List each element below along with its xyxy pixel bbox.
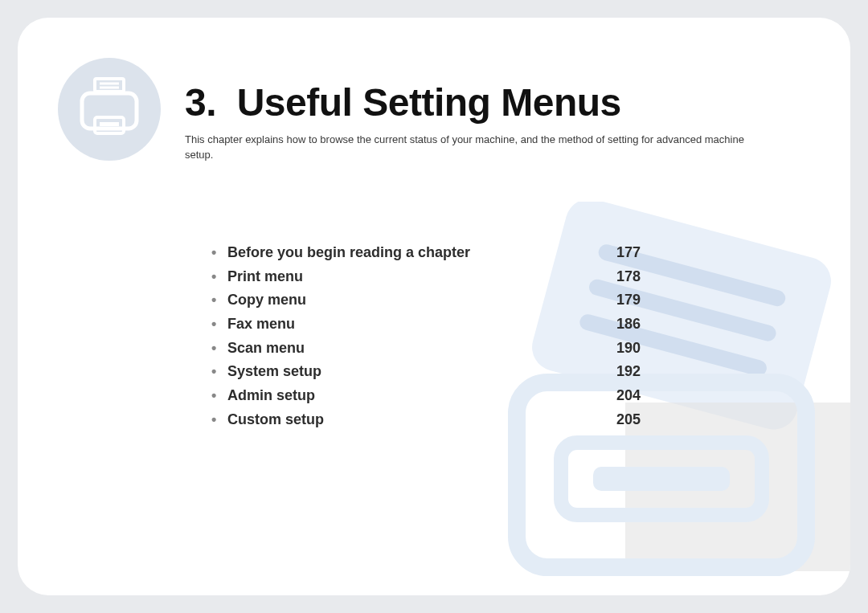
toc-page-number: 204: [616, 384, 657, 408]
bullet-icon: •: [207, 408, 227, 432]
chapter-description: This chapter explains how to browse the …: [185, 133, 747, 163]
svg-rect-4: [625, 403, 850, 571]
toc-item[interactable]: • Copy menu 179: [207, 288, 657, 313]
toc-page-number: 190: [616, 337, 657, 361]
toc-page-number: 192: [616, 360, 657, 384]
toc-item[interactable]: • Fax menu 186: [207, 313, 657, 337]
bullet-icon: •: [207, 360, 227, 384]
svg-rect-7: [593, 467, 730, 491]
toc-item[interactable]: • System setup 192: [207, 360, 657, 384]
toc-page-number: 177: [616, 241, 657, 265]
svg-rect-6: [561, 443, 762, 515]
bullet-icon: •: [207, 337, 227, 361]
toc-label: Print menu: [227, 265, 303, 289]
toc-page-number: 186: [616, 313, 657, 337]
chapter-title: 3. Useful Setting Menus: [185, 82, 810, 125]
toc-item[interactable]: • Custom setup 205: [207, 408, 657, 432]
svg-rect-13: [100, 122, 119, 126]
toc-label: Before you begin reading a chapter: [227, 241, 470, 265]
bullet-icon: •: [207, 384, 227, 408]
bullet-icon: •: [207, 313, 227, 337]
printer-badge-icon: [58, 58, 161, 161]
chapter-header: 3. Useful Setting Menus This chapter exp…: [58, 58, 810, 162]
toc-item[interactable]: • Print menu 178: [207, 265, 657, 289]
bullet-icon: •: [207, 241, 227, 265]
toc-label: Scan menu: [227, 337, 305, 361]
bullet-icon: •: [207, 265, 227, 289]
title-area: 3. Useful Setting Menus This chapter exp…: [185, 58, 810, 162]
toc-label: Copy menu: [227, 288, 306, 313]
toc-item[interactable]: • Admin setup 204: [207, 384, 657, 408]
toc-page-number: 179: [616, 288, 657, 313]
toc-page-number: 205: [616, 408, 657, 432]
bullet-icon: •: [207, 288, 227, 313]
toc-item[interactable]: • Before you begin reading a chapter 177: [207, 241, 657, 265]
toc-label: Admin setup: [227, 384, 315, 408]
toc-item[interactable]: • Scan menu 190: [207, 337, 657, 361]
toc-label: Custom setup: [227, 408, 324, 432]
svg-rect-8: [95, 79, 124, 92]
chapter-title-text: Useful Setting Menus: [237, 81, 621, 124]
toc-page-number: 178: [616, 265, 657, 289]
table-of-contents: • Before you begin reading a chapter 177…: [207, 241, 657, 432]
toc-label: Fax menu: [227, 313, 295, 337]
document-page: 3. Useful Setting Menus This chapter exp…: [18, 18, 850, 595]
chapter-number: 3.: [185, 81, 216, 124]
toc-label: System setup: [227, 360, 321, 384]
